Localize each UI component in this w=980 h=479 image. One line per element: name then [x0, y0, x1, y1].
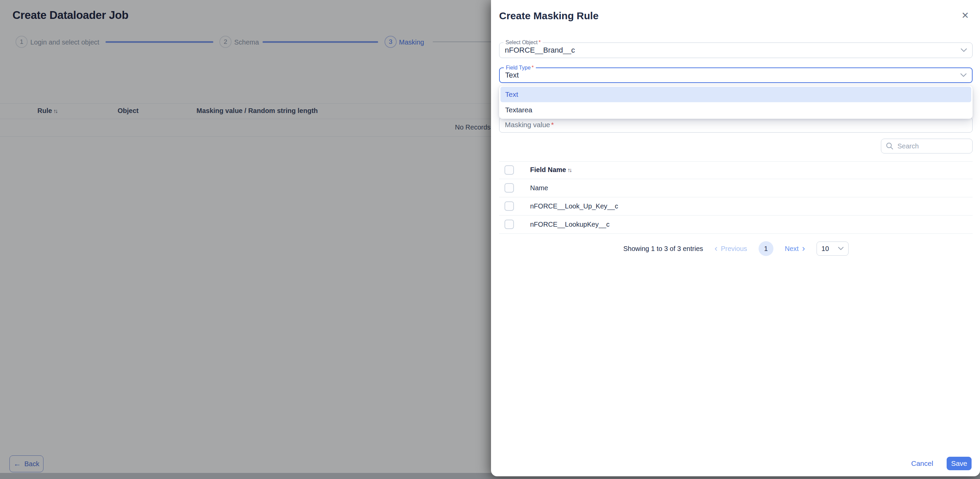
- next-page-button[interactable]: Next ›: [785, 245, 805, 253]
- field-type-dropdown[interactable]: Field Type* Text: [499, 67, 973, 83]
- chevron-right-icon: ›: [802, 244, 805, 253]
- previous-page-button[interactable]: ‹ Previous: [714, 245, 747, 253]
- chevron-left-icon: ‹: [714, 244, 718, 253]
- table-row-field-name: Name: [530, 184, 548, 192]
- pagination-summary: Showing 1 to 3 of 3 entries: [623, 245, 703, 253]
- select-object-dropdown[interactable]: Select Object* nFORCE__Brand__c: [499, 43, 973, 58]
- select-object-value: nFORCE__Brand__c: [505, 46, 575, 55]
- panel-title: Create Masking Rule: [499, 10, 598, 22]
- required-asterisk: *: [539, 40, 541, 45]
- create-masking-rule-panel: Create Masking Rule ✕ Select Object* nFO…: [491, 0, 980, 476]
- table-divider: [499, 197, 973, 197]
- row-checkbox[interactable]: [504, 201, 514, 211]
- page-number-chip[interactable]: 1: [759, 241, 773, 256]
- close-button[interactable]: ✕: [958, 9, 972, 22]
- menu-option-textarea[interactable]: Textarea: [500, 102, 971, 118]
- label-text: Field Type: [506, 65, 531, 70]
- field-type-label: Field Type*: [504, 65, 536, 71]
- column-header-field-name[interactable]: Field Name↑↓: [530, 166, 571, 174]
- panel-footer: Cancel Save: [911, 457, 972, 470]
- search-icon: [886, 142, 893, 150]
- label-text: Select Object: [506, 40, 538, 45]
- field-type-value: Text: [505, 71, 519, 80]
- menu-option-text[interactable]: Text: [500, 87, 971, 102]
- table-row-field-name: nFORCE__Look_Up_Key__c: [530, 203, 618, 210]
- row-checkbox[interactable]: [504, 220, 514, 229]
- app-root: Create Dataloader Job 1 Login and select…: [0, 0, 980, 479]
- next-label: Next: [785, 245, 799, 253]
- masking-value-input[interactable]: Masking value *: [499, 117, 973, 133]
- search-box: [881, 139, 973, 153]
- table-row-field-name: nFORCE__LookupKey__c: [530, 220, 609, 228]
- table-divider: [499, 233, 973, 234]
- previous-label: Previous: [721, 245, 747, 253]
- search-input[interactable]: [897, 142, 967, 150]
- chevron-down-icon: [961, 49, 967, 52]
- sort-icon[interactable]: ↑↓: [568, 167, 571, 173]
- select-all-checkbox[interactable]: [504, 165, 514, 175]
- row-checkbox[interactable]: [504, 183, 514, 193]
- save-button[interactable]: Save: [947, 457, 972, 470]
- chevron-down-icon: [838, 247, 843, 250]
- pagination: Showing 1 to 3 of 3 entries ‹ Previous 1…: [499, 241, 973, 256]
- select-object-label: Select Object*: [503, 40, 542, 46]
- table-divider: [499, 215, 973, 216]
- page-size-select[interactable]: 10: [816, 241, 849, 256]
- required-asterisk: *: [551, 121, 554, 129]
- field-type-options-menu: Text Textarea: [499, 86, 973, 119]
- close-icon: ✕: [961, 10, 969, 21]
- required-asterisk: *: [532, 65, 534, 70]
- cancel-button[interactable]: Cancel: [911, 460, 933, 468]
- column-header-label: Field Name: [530, 166, 566, 173]
- table-divider: [499, 161, 973, 161]
- page-size-value: 10: [822, 245, 829, 253]
- masking-value-placeholder: Masking value: [505, 121, 550, 129]
- chevron-down-icon: [961, 73, 967, 77]
